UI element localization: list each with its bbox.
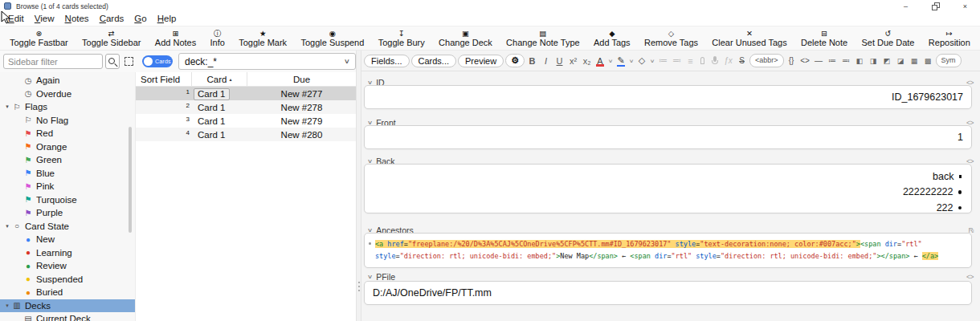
sidebar-item[interactable]: ◷ Again	[0, 74, 135, 87]
menu-item[interactable]: Help	[154, 14, 184, 24]
ordered-list-icon[interactable]: ≕	[671, 55, 683, 66]
remove-formatting-dropdown-icon[interactable]: ∨	[647, 58, 657, 63]
field-input-ancestors[interactable]: <a href="freeplane:/%20/D%3A%5CAJ%5COneD…	[364, 233, 972, 268]
menu-item[interactable]: View	[31, 14, 62, 24]
align-center-button[interactable]: ▦	[909, 57, 921, 65]
sidebar-item[interactable]: ● Buried	[0, 286, 135, 299]
menu-item[interactable]: Edit	[5, 14, 31, 24]
abbreviation-button[interactable]: <abbr>	[749, 54, 784, 67]
toolbar-button[interactable]: ⊞ Add Notes	[155, 29, 196, 47]
table-row[interactable]: 3 Card 1 New #279	[136, 114, 356, 128]
sidebar-scrollbar[interactable]	[129, 127, 132, 233]
cards-notes-toggle[interactable]: Cards	[142, 55, 173, 67]
sidebar-item[interactable]: ⚑ Purple	[0, 206, 135, 220]
field-input-front[interactable]: 1	[364, 125, 972, 149]
sidebar-item[interactable]: ▾ ▥ Decks	[0, 299, 135, 313]
toolbar-button[interactable]: ▤ Change Note Type	[506, 29, 580, 47]
toolbar-button[interactable]: ◆ Add Tags	[594, 29, 631, 47]
splitter-grip-right[interactable]	[358, 282, 360, 283]
expander-arrow-icon[interactable]: ▾	[3, 223, 11, 230]
restore-button[interactable]	[921, 0, 950, 12]
html-code-button[interactable]: <>	[799, 56, 811, 65]
addon-numbered-list-button[interactable]: ≕	[840, 56, 852, 65]
menu-item[interactable]: Cards	[96, 14, 132, 24]
sidebar-item[interactable]: ● Suspended	[0, 273, 135, 286]
horizontal-rule-button[interactable]: —	[813, 56, 825, 65]
toolbar-button[interactable]: ↧ Toggle Bury	[378, 29, 425, 47]
symbols-button[interactable]: Sym	[936, 54, 962, 67]
outdent-block-button[interactable]: ◧	[854, 57, 866, 65]
toolbar-button[interactable]: ⊟ Delete Note	[801, 29, 847, 47]
remove-formatting-button[interactable]: ◇	[636, 55, 647, 66]
field-input-back[interactable]: back 222222222 222	[364, 164, 972, 213]
toolbar-button[interactable]: ⓘ Info	[210, 29, 225, 47]
bold-button[interactable]: B	[526, 56, 538, 66]
text-color-dropdown-icon[interactable]: ∨	[606, 58, 615, 63]
toolbar-button[interactable]: ◉ Toggle Suspend	[300, 29, 364, 47]
table-row[interactable]: 4 Card 1 New #280	[136, 128, 356, 141]
expander-arrow-icon[interactable]: ▾	[3, 104, 11, 110]
column-header-card[interactable]: Card ▴	[192, 72, 247, 86]
sidebar-item[interactable]: ⚐ No Flag	[0, 114, 135, 128]
sidebar-item[interactable]: ⚑ Orange	[0, 140, 135, 154]
sidebar-item[interactable]: ● Learning	[0, 246, 135, 260]
html-editor-toggle-icon[interactable]: <>	[966, 273, 974, 281]
column-header-sort-field[interactable]: Sort Field	[136, 72, 192, 86]
table-row[interactable]: 1 Card 1 New #277	[136, 87, 356, 100]
attachment-paperclip-icon[interactable]	[698, 55, 708, 67]
toolbar-button[interactable]: ↺ Set Due Date	[861, 29, 914, 47]
record-audio-mic-icon[interactable]	[709, 55, 721, 67]
indent-icon[interactable]: ≡	[684, 56, 696, 66]
text-color-button[interactable]: A	[594, 56, 606, 66]
align-right-button[interactable]: ◪	[895, 57, 907, 65]
sidebar-search-button[interactable]	[105, 54, 120, 69]
table-row[interactable]: 2 Card 1 New #278	[136, 100, 356, 114]
field-input-id[interactable]: ID_1679623017	[364, 85, 972, 109]
toolbar-button[interactable]: ▣ Change Deck	[439, 29, 492, 47]
chevron-down-icon[interactable]: ∨	[344, 58, 350, 65]
toolbar-button[interactable]: ⊗ Toggle Fastbar	[10, 29, 68, 47]
sidebar-filter-input[interactable]	[3, 54, 103, 69]
preview-button[interactable]: Preview	[458, 55, 504, 67]
subscript-button[interactable]: x₂	[581, 56, 593, 66]
toolbar-button[interactable]: ◇ Remove Tags	[644, 29, 698, 47]
sidebar-item[interactable]: ⚑ Pink	[0, 180, 135, 193]
highlight-dropdown-icon[interactable]: ∨	[627, 58, 636, 63]
italic-button[interactable]: I	[540, 56, 552, 66]
braces-button[interactable]: {}	[786, 56, 798, 65]
minimize-button[interactable]: –	[891, 0, 921, 12]
superscript-button[interactable]: x²	[567, 56, 579, 66]
fields-button[interactable]: Fields...	[364, 55, 410, 67]
sidebar-item[interactable]: ⚑ Red	[0, 127, 135, 140]
sidebar-item[interactable]: ◷ Overdue	[0, 87, 135, 101]
align-left-button[interactable]: ◩	[881, 57, 893, 65]
highlight-color-button[interactable]: ✎	[615, 55, 627, 66]
sidebar-item[interactable]: ▾ ○ Card State	[0, 220, 135, 234]
underline-button[interactable]: U	[553, 56, 566, 66]
expander-arrow-icon[interactable]: ▾	[3, 303, 11, 309]
unordered-list-icon[interactable]: ≔	[657, 55, 669, 66]
menu-item[interactable]: Go	[131, 14, 153, 24]
close-button[interactable]: ×	[950, 0, 980, 12]
sidebar-item[interactable]: ⚑ Turquoise	[0, 193, 135, 207]
settings-gear-icon[interactable]: ⚙	[505, 54, 525, 67]
align-justify-button[interactable]: ▩	[922, 57, 934, 65]
column-header-due[interactable]: Due	[247, 72, 356, 86]
selection-mode-button[interactable]	[122, 54, 135, 69]
strikethrough-button[interactable]: S	[736, 56, 748, 65]
search-box[interactable]: deck:_* ∨	[178, 53, 356, 70]
sidebar-item[interactable]: ● New	[0, 233, 135, 246]
menu-item[interactable]: Notes	[62, 14, 96, 24]
sidebar-item[interactable]: ▾ ⚐ Flags	[0, 100, 135, 114]
sidebar-item[interactable]: ● Review	[0, 259, 135, 273]
toolbar-button[interactable]: ⇄ Toggle Sidebar	[82, 29, 141, 47]
toolbar-button[interactable]: ★ Toggle Mark	[239, 29, 287, 47]
toolbar-button[interactable]: ↦ Reposition	[929, 29, 970, 47]
cards-button[interactable]: Cards...	[411, 55, 457, 67]
sidebar-item[interactable]: ▤ Current Deck	[0, 312, 135, 321]
sidebar-item[interactable]: ⚑ Green	[0, 153, 135, 167]
field-input-pfile[interactable]: D:/AJ/OneDrive/FP/TT.mm	[364, 281, 972, 305]
addon-list-button[interactable]: ≔	[827, 56, 839, 65]
html-source-editor[interactable]: <a href="freeplane:/%20/D%3A%5CAJ%5COneD…	[365, 234, 971, 266]
sidebar-item[interactable]: ⚑ Blue	[0, 167, 135, 181]
